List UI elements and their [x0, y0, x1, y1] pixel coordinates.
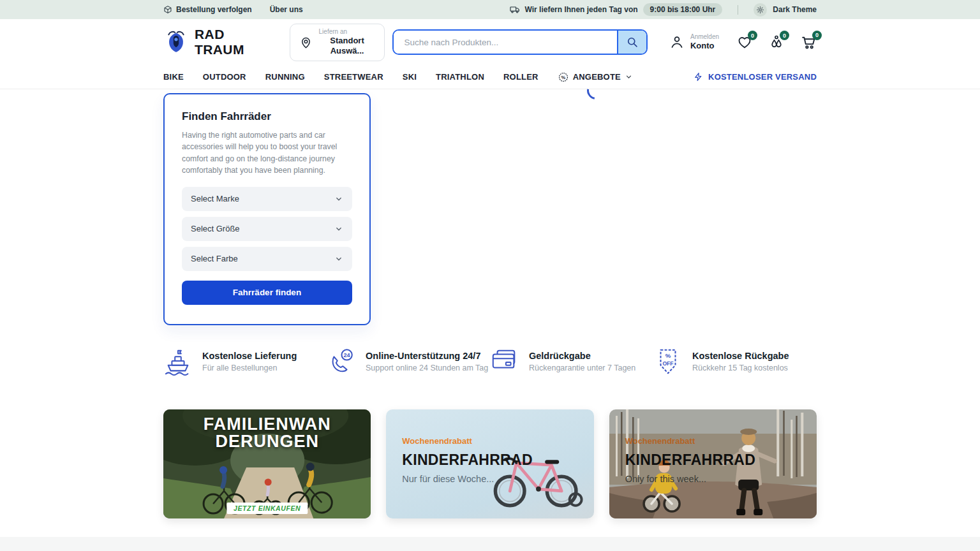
brand-logo[interactable]: RAD TRAUM: [163, 27, 262, 57]
select-farbe[interactable]: Select Farbe: [182, 247, 352, 271]
cart-button[interactable]: 0: [801, 34, 817, 50]
account-value: Konto: [690, 41, 715, 51]
search-input[interactable]: [394, 31, 617, 54]
chevron-down-icon: [334, 224, 343, 233]
topbar: Bestellung verfolgen Über uns Wir liefer…: [0, 0, 980, 19]
phone-24-icon: 24: [327, 347, 356, 376]
feature-title: Kostenlose Lieferung: [202, 351, 297, 361]
svg-text:%: %: [665, 352, 671, 359]
finder-title: Finden Fahrräder: [182, 110, 352, 123]
percent-off-icon: %OFF: [653, 347, 683, 376]
ship-icon: [163, 347, 193, 376]
feature-title: Kostenlose Rückgabe: [692, 351, 789, 361]
account-label: Anmelden: [690, 33, 719, 41]
feature-subtitle: Support online 24 Stunden am Tag: [366, 364, 488, 372]
main-nav: BIKE OUTDOOR RUNNING STREETWEAR SKI TRIA…: [0, 65, 980, 89]
select-marke-label: Select Marke: [191, 194, 239, 203]
feature-subtitle: Rückkehr 15 Tag kostenlos: [692, 364, 789, 372]
free-shipping-link[interactable]: KOSTENLOSER VERSAND: [694, 72, 817, 82]
nav-item-triathlon[interactable]: TRIATHLON: [436, 72, 484, 82]
select-groesse[interactable]: Select Größe: [182, 217, 352, 241]
chevron-down-icon: [334, 195, 343, 203]
select-marke[interactable]: Select Marke: [182, 187, 352, 211]
package-icon: [163, 5, 172, 14]
banner-eyebrow: Wochenendrabatt: [625, 436, 756, 446]
banner-kinderfahrrad-week[interactable]: Wochenendrabatt KINDERFAHRRAD Nur für di…: [386, 409, 593, 518]
svg-text:OFF: OFF: [662, 360, 673, 367]
select-groesse-label: Select Größe: [191, 224, 240, 233]
select-farbe-label: Select Farbe: [191, 254, 238, 263]
nav-item-running[interactable]: RUNNING: [265, 72, 305, 82]
free-shipping-label: KOSTENLOSER VERSAND: [708, 72, 817, 82]
account-button[interactable]: Anmelden Konto: [669, 33, 719, 52]
svg-text:24: 24: [344, 352, 351, 358]
wishlist-count-badge: 0: [748, 31, 757, 40]
location-label: Liefern an: [319, 28, 347, 36]
percent-badge-icon: %: [558, 71, 569, 83]
banner-subtitle: Nur für diese Woche...: [402, 474, 533, 484]
banner-title: KINDERFAHRRAD: [625, 452, 756, 469]
finder-description: Having the right automotive parts and ca…: [182, 129, 352, 177]
next-section-edge: [0, 537, 980, 551]
search-button[interactable]: [617, 31, 646, 54]
header: RAD TRAUM Liefern an Standort Auswä...: [0, 19, 980, 65]
user-icon: [669, 34, 685, 50]
banner-family-tours[interactable]: FAMILIENWAN DERUNGEN JETZT EINKAUFEN: [163, 409, 371, 518]
banner-kinderfahrrad-balance[interactable]: Wochenendrabatt KINDERFAHRRAD Only for t…: [609, 409, 817, 518]
sun-icon: [754, 3, 767, 17]
about-link[interactable]: Über uns: [270, 5, 303, 14]
nav-item-roller[interactable]: ROLLER: [503, 72, 538, 82]
compare-count-badge: 0: [780, 31, 789, 40]
banner-title: KINDERFAHRRAD: [402, 452, 533, 469]
main-content: Finden Fahrräder Having the right automo…: [163, 89, 817, 551]
nav-item-bike[interactable]: BIKE: [163, 72, 184, 82]
nav-item-streetwear[interactable]: STREETWEAR: [324, 72, 383, 82]
features-row: Kostenlose Lieferung Für alle Bestellung…: [163, 347, 817, 376]
brand-logo-icon: [163, 29, 189, 55]
shop-now-button[interactable]: JETZT EINKAUFEN: [226, 503, 308, 514]
lightning-icon: [694, 72, 703, 82]
chevron-down-icon: [334, 254, 343, 263]
delivery-hours-badge: 9:00 bis 18:00 Uhr: [643, 3, 723, 16]
truck-icon: [510, 4, 520, 15]
feature-money-back: Geldrückgabe Rückengarantie unter 7 Tage…: [490, 347, 653, 376]
banner-subtitle: Only for this week...: [625, 474, 756, 484]
find-bikes-button[interactable]: Fahrräder finden: [182, 281, 352, 305]
location-selector[interactable]: Liefern an Standort Auswä...: [290, 24, 385, 61]
credit-card-icon: [490, 347, 519, 376]
track-order-link[interactable]: Bestellung verfolgen: [163, 5, 252, 14]
wishlist-button[interactable]: 0: [737, 34, 752, 50]
promo-banners: FAMILIENWAN DERUNGEN JETZT EINKAUFEN Woc…: [163, 409, 817, 518]
banner-eyebrow: Wochenendrabatt: [402, 436, 533, 446]
banner-title: FAMILIENWAN DERUNGEN: [163, 416, 371, 451]
cart-count-badge: 0: [812, 31, 822, 40]
feature-title: Geldrückgabe: [529, 351, 635, 361]
theme-toggle[interactable]: Dark Theme: [754, 3, 817, 17]
chevron-down-icon: [625, 73, 633, 81]
feature-free-delivery: Kostenlose Lieferung Für alle Bestellung…: [163, 347, 327, 376]
track-order-label: Bestellung verfolgen: [176, 5, 252, 14]
nav-item-ski[interactable]: SKI: [403, 72, 417, 82]
nav-item-outdoor[interactable]: OUTDOOR: [203, 72, 246, 82]
about-label: Über uns: [270, 5, 303, 14]
feature-free-return: %OFF Kostenlose Rückgabe Rückkehr 15 Tag…: [653, 347, 817, 376]
topbar-divider: [738, 5, 738, 15]
angebote-label: ANGEBOTE: [573, 72, 621, 82]
feature-subtitle: Rückengarantie unter 7 Tagen: [529, 364, 635, 372]
location-value: Standort Auswä...: [319, 36, 376, 57]
feature-support: 24 Online-Unterstützung 24/7 Support onl…: [327, 347, 490, 376]
feature-title: Online-Unterstützung 24/7: [366, 351, 488, 361]
svg-text:%: %: [561, 74, 565, 80]
theme-toggle-label: Dark Theme: [773, 5, 817, 14]
location-pin-icon: [299, 36, 313, 49]
feature-subtitle: Für alle Bestellungen: [202, 364, 297, 372]
search-bar: [392, 29, 648, 55]
brand-name: RAD TRAUM: [195, 27, 262, 57]
search-icon: [626, 36, 639, 48]
bike-finder-card: Finden Fahrräder Having the right automo…: [163, 93, 371, 325]
delivery-text: Wir liefern Ihnen jeden Tag von: [525, 5, 638, 14]
compare-button[interactable]: 0: [769, 34, 784, 50]
